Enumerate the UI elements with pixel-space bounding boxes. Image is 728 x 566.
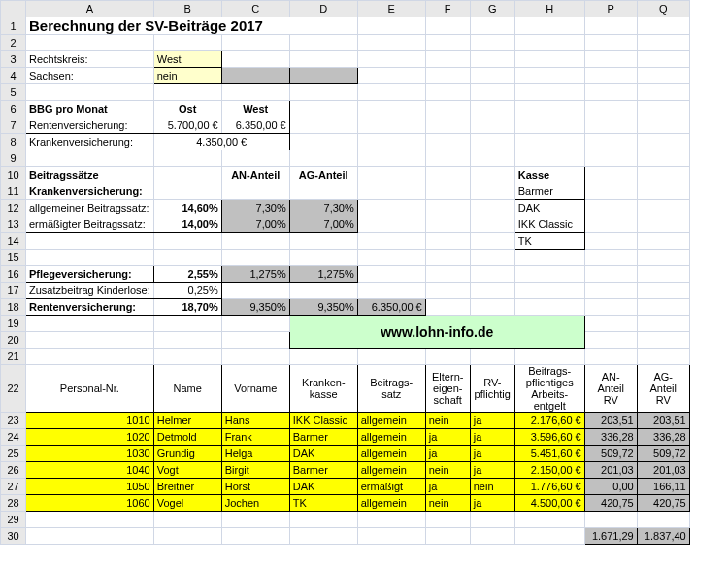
row-14[interactable]: 14 [1, 233, 26, 250]
banner-link[interactable]: www.lohn-info.de [289, 316, 584, 349]
cell-ent[interactable]: 4.500,00 € [514, 495, 584, 512]
col-Q[interactable]: Q [637, 1, 689, 17]
cell-name[interactable]: Breitner [153, 479, 221, 495]
col-P[interactable]: P [584, 1, 637, 17]
row-22[interactable]: 22 [1, 365, 26, 413]
row-24[interactable]: 24 [1, 429, 26, 446]
row-12[interactable]: 12 [1, 200, 26, 216]
row-23[interactable]: 23 [1, 413, 26, 429]
cell-rvp[interactable]: ja [470, 495, 514, 512]
cell-pnr[interactable]: 1060 [26, 495, 154, 512]
row-20[interactable]: 20 [1, 332, 26, 349]
cell-vorname[interactable]: Birgit [221, 462, 289, 479]
cell-pnr[interactable]: 1030 [26, 446, 154, 462]
row-13[interactable]: 13 [1, 216, 26, 233]
col-A[interactable]: A [26, 1, 154, 17]
kasse-1: DAK [514, 200, 584, 216]
rate-zusatz-kl: 0,25% [153, 283, 221, 299]
hdr-kasse: Kranken-kasse [289, 365, 357, 413]
cell-pnr[interactable]: 1040 [26, 462, 154, 479]
row-25[interactable]: 25 [1, 446, 26, 462]
cell-kasse[interactable]: DAK [289, 479, 357, 495]
col-B[interactable]: B [153, 1, 221, 17]
cell-rvp[interactable]: ja [470, 413, 514, 429]
cell-eltern[interactable]: nein [425, 495, 470, 512]
cell-pnr[interactable]: 1010 [26, 413, 154, 429]
row-29[interactable]: 29 [1, 512, 26, 528]
rate-rv-bbg: 6.350,00 € [357, 299, 425, 316]
input-sachsen[interactable]: nein [153, 68, 221, 84]
row-8[interactable]: 8 [1, 134, 26, 150]
row-17[interactable]: 17 [1, 283, 26, 299]
cell-name[interactable]: Vogel [153, 495, 221, 512]
col-D[interactable]: D [289, 1, 357, 17]
grid[interactable]: A B C D E F G H P Q 1 Berechnung der SV-… [0, 0, 690, 545]
col-H[interactable]: H [514, 1, 584, 17]
cell-pnr[interactable]: 1050 [26, 479, 154, 495]
row-2[interactable]: 2 [1, 35, 26, 51]
row-15[interactable]: 15 [1, 250, 26, 266]
input-rechtskreis[interactable]: West [153, 51, 221, 68]
cell-kasse[interactable]: DAK [289, 446, 357, 462]
row-18[interactable]: 18 [1, 299, 26, 316]
cell-rvp[interactable]: ja [470, 429, 514, 446]
cell-ent[interactable]: 2.150,00 € [514, 462, 584, 479]
cell-vorname[interactable]: Hans [221, 413, 289, 429]
rate-kv-allg-an: 7,30% [221, 200, 289, 216]
spreadsheet[interactable]: A B C D E F G H P Q 1 Berechnung der SV-… [0, 0, 728, 545]
cell-eltern[interactable]: ja [425, 429, 470, 446]
cell-name[interactable]: Grundig [153, 446, 221, 462]
cell-vorname[interactable]: Horst [221, 479, 289, 495]
cell-eltern[interactable]: nein [425, 462, 470, 479]
cell-ent[interactable]: 3.596,60 € [514, 429, 584, 446]
cell-kasse[interactable]: IKK Classic [289, 413, 357, 429]
cell-bs[interactable]: allgemein [357, 413, 425, 429]
row-9[interactable]: 9 [1, 150, 26, 167]
cell-ent[interactable]: 1.776,60 € [514, 479, 584, 495]
row-26[interactable]: 26 [1, 462, 26, 479]
cell-rvp[interactable]: nein [470, 479, 514, 495]
col-C[interactable]: C [221, 1, 289, 17]
cell-bs[interactable]: allgemein [357, 429, 425, 446]
cell-ent[interactable]: 2.176,60 € [514, 413, 584, 429]
row-10[interactable]: 10 [1, 167, 26, 183]
row-4[interactable]: 4 [1, 68, 26, 84]
cell-kasse[interactable]: Barmer [289, 429, 357, 446]
row-16[interactable]: 16 [1, 266, 26, 283]
cell-bs[interactable]: allgemein [357, 495, 425, 512]
cell-name[interactable]: Helmer [153, 413, 221, 429]
cell-eltern[interactable]: ja [425, 446, 470, 462]
corner[interactable] [1, 1, 26, 17]
col-G[interactable]: G [470, 1, 514, 17]
cell-ent[interactable]: 5.451,60 € [514, 446, 584, 462]
row-11[interactable]: 11 [1, 183, 26, 200]
row-1[interactable]: 1 [1, 17, 26, 35]
cell-vorname[interactable]: Jochen [221, 495, 289, 512]
row-28[interactable]: 28 [1, 495, 26, 512]
row-19[interactable]: 19 [1, 316, 26, 332]
cell-rvp[interactable]: ja [470, 446, 514, 462]
row-5[interactable]: 5 [1, 84, 26, 101]
hdr-anrv: AN-AnteilRV [584, 365, 637, 413]
cell-vorname[interactable]: Helga [221, 446, 289, 462]
cell-rvp[interactable]: ja [470, 462, 514, 479]
cell-bs[interactable]: allgemein [357, 462, 425, 479]
cell-name[interactable]: Detmold [153, 429, 221, 446]
row-27[interactable]: 27 [1, 479, 26, 495]
cell-kasse[interactable]: TK [289, 495, 357, 512]
cell-eltern[interactable]: ja [425, 479, 470, 495]
cell-eltern[interactable]: nein [425, 413, 470, 429]
cell-name[interactable]: Vogt [153, 462, 221, 479]
cell-kasse[interactable]: Barmer [289, 462, 357, 479]
cell-vorname[interactable]: Frank [221, 429, 289, 446]
col-F[interactable]: F [425, 1, 470, 17]
cell-bs[interactable]: ermäßigt [357, 479, 425, 495]
row-3[interactable]: 3 [1, 51, 26, 68]
row-7[interactable]: 7 [1, 117, 26, 134]
cell-bs[interactable]: allgemein [357, 446, 425, 462]
row-30[interactable]: 30 [1, 528, 26, 545]
col-E[interactable]: E [357, 1, 425, 17]
row-21[interactable]: 21 [1, 349, 26, 365]
row-6[interactable]: 6 [1, 101, 26, 117]
cell-pnr[interactable]: 1020 [26, 429, 154, 446]
